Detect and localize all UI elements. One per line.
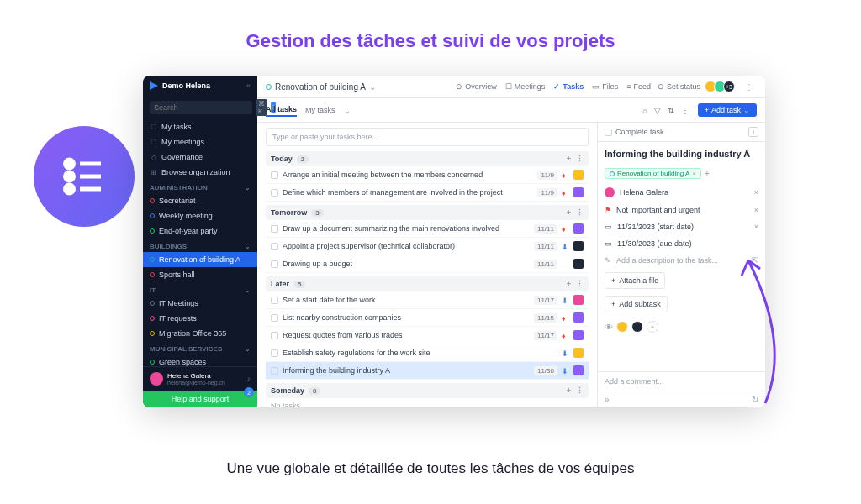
expand-icon[interactable]: ⇱ (752, 256, 758, 265)
project-dot-icon (150, 301, 155, 306)
priority-field[interactable]: ⚑ Not important and urgent × (598, 202, 765, 218)
info-icon[interactable]: i (748, 127, 758, 137)
sidebar-project-item[interactable]: Renovation of building A (143, 252, 257, 267)
bell-icon[interactable]: ♪ (247, 375, 251, 383)
sidebar-project-item[interactable]: Sports hall (143, 267, 257, 282)
sidebar-project-item[interactable]: IT requests (143, 311, 257, 326)
task-group-header[interactable]: Today2+⋮ (266, 151, 589, 166)
task-row[interactable]: Establish safety regulations for the wor… (266, 344, 589, 362)
due-date-field[interactable]: ▭ 11/30/2023 (due date) (598, 235, 765, 252)
task-checkbox[interactable] (271, 243, 278, 250)
add-tag-icon[interactable]: + (705, 169, 710, 178)
sidebar-nav-item[interactable]: ☐My tasks (143, 119, 257, 134)
task-row[interactable]: Informing the building industry A11/30⬇ (266, 362, 589, 380)
filter-icon[interactable]: ▽ (654, 106, 661, 115)
task-row[interactable]: Draw up a document summarizing the main … (266, 220, 589, 238)
sidebar-project-item[interactable]: Migration Office 365 (143, 326, 257, 341)
topbar: Renovation of building A ⌄ ⊙Overview☐Mee… (257, 76, 765, 98)
more-icon[interactable]: ⋮ (576, 155, 584, 163)
set-status-button[interactable]: ⊙ Set status (658, 82, 700, 91)
task-row[interactable]: Define which members of management are i… (266, 184, 589, 202)
task-row[interactable]: Set a start date for the work11/17⬇ (266, 291, 589, 309)
help-button[interactable]: Help and support 2 (143, 391, 257, 407)
sidebar-section-header[interactable]: BUILDINGS⌄ (143, 239, 257, 252)
complete-checkbox[interactable] (605, 129, 612, 136)
task-list: Type or paste your tasks here... Today2+… (257, 123, 597, 407)
task-checkbox[interactable] (271, 260, 278, 268)
sidebar-project-item[interactable]: Weekly meeting (143, 208, 257, 223)
assignee-field[interactable]: Helena Galera × (598, 183, 765, 202)
task-checkbox[interactable] (271, 332, 278, 339)
add-person-icon[interactable]: + (647, 321, 658, 333)
sidebar-project-item[interactable]: Green spaces (143, 354, 257, 366)
members-avatars[interactable]: +3 (707, 81, 735, 92)
more-icon[interactable]: ⋮ (576, 386, 584, 395)
add-icon[interactable]: + (567, 155, 571, 163)
view-tab[interactable]: ☐Meetings (505, 82, 546, 91)
priority-low-icon: ⬇ (562, 367, 569, 375)
history-icon[interactable]: ↻ (752, 395, 758, 404)
task-row[interactable]: Drawing up a budget11/11 (266, 255, 589, 273)
task-group-header[interactable]: Someday0+⋮ (266, 383, 589, 398)
filter-all-tasks[interactable]: All tasks (266, 103, 297, 117)
search-input[interactable] (150, 101, 252, 114)
more-icon[interactable]: ⋮ (742, 82, 757, 92)
sidebar-section-header[interactable]: MUNICIPAL SERVICES⌄ (143, 341, 257, 354)
task-checkbox[interactable] (271, 225, 278, 233)
comment-input[interactable]: Add a comment... (598, 371, 765, 391)
add-icon[interactable]: + (567, 208, 571, 217)
clear-icon[interactable]: × (754, 223, 758, 231)
collapse-icon[interactable]: « (246, 81, 251, 90)
sort-icon[interactable]: ⇅ (668, 106, 674, 115)
sidebar-project-item[interactable]: End-of-year party (143, 223, 257, 239)
attach-file-button[interactable]: +Attach a file (605, 272, 665, 289)
task-checkbox[interactable] (271, 171, 278, 179)
user-panel[interactable]: Helena Galera helena@demo-heg.ch ♪ (143, 366, 257, 391)
task-checkbox[interactable] (271, 349, 278, 357)
complete-label[interactable]: Complete task (615, 128, 664, 136)
filter-my-tasks[interactable]: My tasks (305, 104, 335, 116)
breadcrumb[interactable]: Renovation of building A ⌄ (266, 82, 376, 92)
assignee-avatar-icon (573, 259, 584, 269)
description-field[interactable]: ✎ Add a description to the task... ⇱ (598, 252, 765, 269)
task-row[interactable]: Arrange an initial meeting between the m… (266, 166, 589, 184)
task-row[interactable]: Appoint a project supervisor (technical … (266, 238, 589, 255)
task-checkbox[interactable] (271, 314, 278, 322)
sidebar-project-item[interactable]: Secretariat (143, 193, 257, 208)
task-checkbox[interactable] (271, 297, 278, 304)
project-tag[interactable]: Renovation of building A× (605, 168, 701, 179)
sidebar-nav-item[interactable]: ◇Governance (143, 150, 257, 165)
task-group-header[interactable]: Later5+⋮ (266, 276, 589, 291)
task-row[interactable]: List nearby construction companies11/15♦ (266, 309, 589, 327)
watchers-icon[interactable]: 👁 (605, 323, 613, 332)
chevron-down-icon[interactable]: ⌄ (344, 106, 351, 115)
sidebar-nav-item[interactable]: ⊞Browse organization (143, 165, 257, 180)
project-dot-icon (150, 360, 155, 365)
clear-icon[interactable]: × (754, 188, 758, 197)
workspace-name[interactable]: Demo Helena (162, 81, 242, 90)
task-group-header[interactable]: Tomorrow3+⋮ (266, 205, 589, 220)
task-row[interactable]: Request quotes from various trades11/17♦ (266, 327, 589, 344)
view-tab[interactable]: ⊙Overview (456, 82, 497, 91)
add-task-button[interactable]: +Add task⌄ (698, 103, 757, 117)
more-icon[interactable]: ⋮ (576, 208, 584, 217)
search-icon[interactable]: ⌕ (642, 106, 647, 115)
start-date-field[interactable]: ▭ 11/21/2023 (start date) × (598, 218, 765, 235)
add-icon[interactable]: + (567, 280, 571, 288)
sidebar-nav-item[interactable]: ☐My meetings (143, 134, 257, 150)
sidebar-section-header[interactable]: IT⌄ (143, 282, 257, 296)
sidebar-project-item[interactable]: IT Meetings (143, 296, 257, 311)
add-icon[interactable]: + (567, 386, 571, 395)
collapse-panel-icon[interactable]: » (605, 395, 610, 404)
view-tab[interactable]: ▭Files (592, 82, 618, 91)
more-icon[interactable]: ⋮ (576, 280, 584, 288)
add-subtask-button[interactable]: +Add subtask (605, 296, 668, 312)
sidebar-section-header[interactable]: ADMINISTRATION⌄ (143, 180, 257, 193)
view-tab[interactable]: ≡Feed (626, 82, 651, 91)
task-quick-input[interactable]: Type or paste your tasks here... (266, 128, 589, 146)
more-icon[interactable]: ⋮ (681, 106, 689, 115)
clear-icon[interactable]: × (754, 206, 758, 214)
task-checkbox[interactable] (271, 367, 278, 375)
view-tab[interactable]: ✓Tasks (553, 82, 584, 91)
task-checkbox[interactable] (271, 189, 278, 197)
